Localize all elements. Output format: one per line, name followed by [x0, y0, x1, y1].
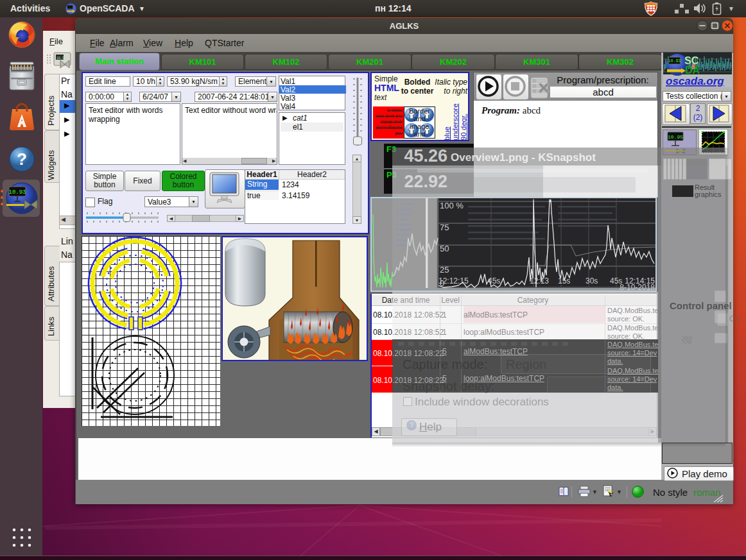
- svg-text:10.93: 10.93: [56, 56, 66, 60]
- svg-text:10.93: 10.93: [668, 59, 681, 64]
- svg-text:?: ?: [17, 149, 27, 169]
- svg-text:10.95: 10.95: [668, 134, 683, 140]
- svg-text:oscada.org: oscada.org: [666, 75, 724, 87]
- svg-text:10.93: 10.93: [8, 189, 26, 196]
- svg-text:DA: DA: [685, 65, 700, 76]
